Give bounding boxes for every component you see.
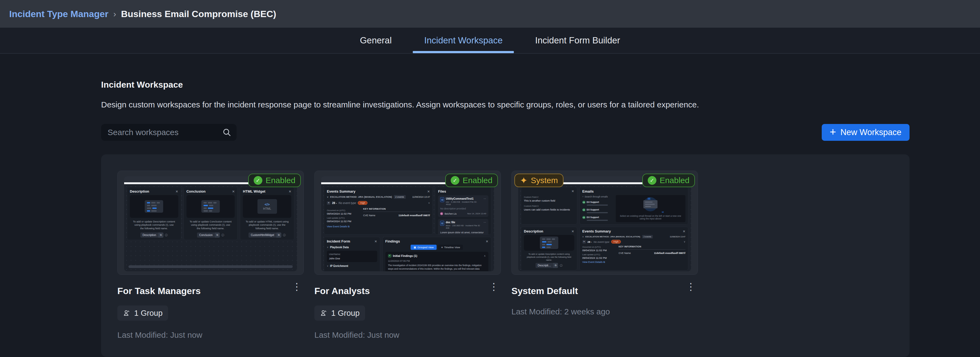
- mini-panel-title: Events Summary: [582, 229, 611, 233]
- more-options-icon: ⋯: [484, 197, 486, 200]
- email-list-item: DSD3 Support: [582, 201, 614, 206]
- workspace-card-for-task-managers: Description✕ To add or updat: [117, 171, 304, 341]
- event-type-icon: ⚑: [327, 201, 330, 205]
- avatar: DS: [582, 208, 585, 211]
- new-workspace-button[interactable]: + New Workspace: [822, 124, 910, 141]
- card-meta: For Task Managers ⋮ 1 Group Last Modifie…: [117, 286, 304, 339]
- file-description: No description provided: [440, 207, 486, 210]
- card-meta: For Analysts ⋮ 1 Group Last Modified: Ju…: [314, 286, 501, 339]
- mail-icon: ✉: [662, 211, 664, 214]
- occurred-label: Occurred on (UTC): [582, 246, 614, 248]
- workspace-thumbnail[interactable]: Description✕ To add or updat: [117, 171, 304, 275]
- copy-icon: ⧉: [215, 233, 220, 237]
- file-card: ▤ UtilityCommandTest1 csv · 0.363 KB · I…: [438, 195, 488, 217]
- view-event-details-link: View Event Details ⧉: [582, 261, 614, 264]
- kebab-menu-icon[interactable]: ⋮: [686, 282, 696, 292]
- tab-incident-form-builder[interactable]: Incident Form Builder: [523, 28, 632, 53]
- key-information-label: KEY INFORMATION: [619, 245, 686, 250]
- workspace-thumbnail[interactable]: ✕ Custom Field 2 This is another custom …: [511, 171, 698, 275]
- updated-label: Last update (UTC): [327, 217, 359, 219]
- copy-icon: ⧉: [158, 233, 163, 237]
- field-name-pill: Descripti…: [536, 263, 553, 268]
- findings-view-toggle: ▦Grouped View ≡Timeline View: [385, 245, 488, 250]
- mini-panel-title: Description: [524, 229, 543, 233]
- file-name: doc file: [446, 221, 482, 224]
- email-snippet-skeleton: [587, 220, 608, 221]
- thumbnail-canvas: Description✕ To add or updat: [124, 184, 297, 271]
- cve-label: CVE Name: [619, 252, 631, 255]
- occurred-value: 09/04/2024 11:02 PM: [327, 212, 359, 215]
- field-name-pill: CustomHtmlWidget: [248, 233, 276, 237]
- key-information-label: KEY INFORMATION: [363, 207, 430, 212]
- chevron-down-icon: ∨: [327, 196, 328, 198]
- skeleton-area: [130, 195, 178, 218]
- email-sender: D3 Support: [587, 216, 608, 218]
- event-date: 11/08/2024 13:47: [412, 196, 430, 198]
- breadcrumb-root-link[interactable]: Incident Type Manager: [9, 9, 108, 19]
- field-pill-row: Description⧉ ⓘ: [130, 233, 178, 237]
- custom-field-label: Custom Field 3: [524, 205, 574, 207]
- close-icon: ✕: [375, 239, 377, 243]
- escalation-method: ESCALATION METHOD: JIRA (MANUAL ESCALATI…: [330, 196, 392, 198]
- file-meta: csv · 0.363 KB · Incident File ID: 4918: [446, 201, 482, 206]
- email-list-item: DSD3 Support: [582, 216, 614, 221]
- mini-panel-caption: To add or update HTML content using play…: [245, 220, 289, 230]
- field-pill-row: CustomHtmlWidget⧉ ⓘ: [243, 233, 291, 237]
- file-description: Lorem ipsum dolor sit amet, consectetur …: [440, 231, 486, 235]
- occurred-value: 09/04/2024 11:02 PM: [582, 249, 614, 252]
- close-icon: ✕: [683, 230, 686, 233]
- close-icon: ✕: [176, 190, 178, 193]
- main-content: Incident Workspace Design custom workspa…: [0, 80, 980, 357]
- field-name-pill: Description: [140, 233, 158, 237]
- mini-panel-conclusion: Conclusion✕ To add or update: [183, 187, 238, 240]
- updated-value: 09/04/2024 11:02 PM: [582, 257, 614, 259]
- kebab-menu-icon[interactable]: ⋮: [489, 282, 499, 292]
- workspace-card-for-analysts: Events Summary✕ ∨ ESCALATION METHOD: JIR…: [314, 171, 501, 341]
- severity-badge: High: [358, 201, 368, 205]
- mini-panel-title: Incident Form: [327, 239, 350, 243]
- tab-incident-workspace[interactable]: Incident Workspace: [413, 28, 514, 53]
- mini-panel-caption: To add or update Conclusion content usin…: [189, 220, 232, 230]
- mini-panel-events-summary: Events Summary✕ ∨ ESCALATION METHOD: JIR…: [324, 187, 433, 235]
- email-snippet-skeleton: [587, 204, 608, 206]
- chevron-down-icon: ∨: [428, 202, 430, 204]
- mini-panel-title: Findings: [385, 239, 400, 243]
- tab-general[interactable]: General: [348, 28, 403, 53]
- severity-badge: High: [611, 240, 621, 244]
- workspace-cards-panel: Description✕ To add or updat: [101, 155, 910, 357]
- close-icon: ✕: [486, 239, 488, 243]
- occurred-label: Occurred on (UTC): [327, 209, 359, 212]
- mini-panel-title: Events Summary: [327, 190, 356, 193]
- finding-icon: ⚑: [388, 254, 391, 257]
- kebab-menu-icon[interactable]: ⋮: [292, 282, 302, 292]
- event-type: No event type: [339, 201, 356, 204]
- mini-panel-description: Description✕ To add or updat: [521, 227, 577, 271]
- updated-label: Last update (UTC): [582, 253, 614, 256]
- event-type: No event type: [593, 241, 609, 243]
- breadcrumb-current: Business Email Compromise (BEC): [121, 9, 276, 19]
- mini-panel-caption: To add or update Description content usi…: [527, 253, 571, 261]
- mini-panel-events-summary: Events Summary✕ ∨ ESCALATION METHOD: JIR…: [579, 227, 688, 271]
- cve-value: 11default evasdfasdf 0987//: [398, 214, 430, 217]
- system-badge: ✦ System: [514, 174, 563, 187]
- new-workspace-label: New Workspace: [840, 128, 901, 137]
- mini-panel-emails: Emails ⌕Search through emails DSD3 Suppo…: [579, 187, 688, 225]
- email-sender: D3 Support: [587, 201, 608, 204]
- page-description: Design custom workspaces for the inciden…: [101, 100, 980, 109]
- status-badge-enabled: ✓ Enabled: [445, 174, 498, 187]
- grouped-view-button: ▦Grouped View: [410, 245, 437, 250]
- custom-field-value: Users can add custom fields to incidents: [524, 208, 574, 211]
- timeline-view-button: ≡Timeline View: [438, 245, 463, 250]
- tab-group: General Incident Workspace Incident Form…: [348, 28, 632, 53]
- mini-panel-findings: Findings✕ ▦Grouped View ≡Timeline View ⚑…: [382, 237, 492, 271]
- workspace-thumbnail[interactable]: Events Summary✕ ∨ ESCALATION METHOD: JIR…: [314, 171, 501, 275]
- copy-icon: ⧉: [277, 233, 281, 237]
- thumbnail-canvas: Events Summary✕ ∨ ESCALATION METHOD: JIR…: [321, 184, 494, 271]
- finding-title: Initial Findings (1): [393, 254, 417, 257]
- grid-icon: ▦: [414, 246, 416, 249]
- last-modified: Last Modified: Just now: [314, 330, 501, 339]
- skeleton-area: </> HTML: [243, 195, 291, 218]
- group-count-label: 1 Group: [331, 309, 360, 318]
- thumbnail-canvas: ✕ Custom Field 2 This is another custom …: [518, 184, 691, 271]
- search-input[interactable]: [101, 124, 237, 141]
